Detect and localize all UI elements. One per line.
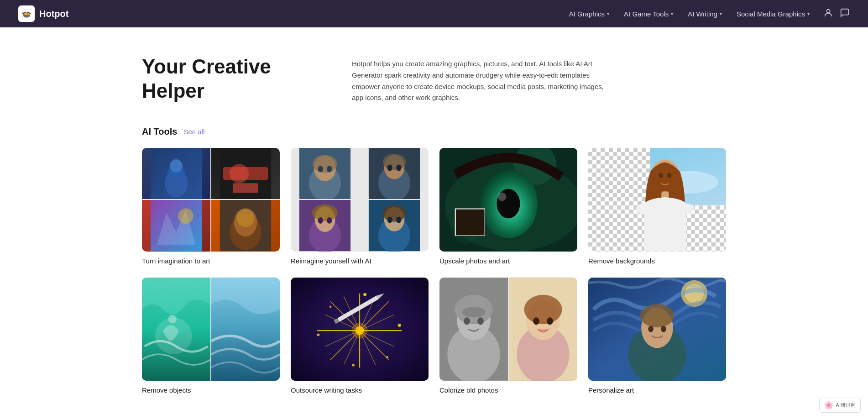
svg-point-53 <box>678 204 694 214</box>
nav-ai-writing-chevron: ▾ <box>720 11 722 16</box>
collage-cell <box>291 200 359 251</box>
tool-label-writing: Outsource writing tasks <box>291 386 429 394</box>
collage-cell <box>439 278 508 381</box>
tool-label-upscale: Upscale photos and art <box>439 257 577 265</box>
svg-point-49 <box>659 173 663 178</box>
watermark-icon: 🌸 <box>824 401 833 410</box>
collage-cell <box>211 200 280 251</box>
svg-point-52 <box>636 204 652 214</box>
hero-description: Hotpot helps you create amazing graphics… <box>352 58 607 104</box>
collage-cell <box>360 200 429 251</box>
nav-ai-writing[interactable]: AI Writing ▾ <box>681 6 728 21</box>
svg-point-96 <box>640 304 674 327</box>
svg-point-26 <box>396 164 401 171</box>
logo[interactable]: 🍲 Hotpot <box>18 5 68 22</box>
tool-label-remove-objects: Remove objects <box>142 386 280 394</box>
section-header: AI Tools See all <box>142 126 726 137</box>
svg-point-25 <box>387 164 392 171</box>
tool-image-remove-objects <box>142 278 280 381</box>
svg-point-98 <box>661 326 666 332</box>
tool-image-writing <box>291 278 429 381</box>
svg-point-82 <box>464 317 470 325</box>
hero-right: Hotpot helps you create amazing graphics… <box>352 55 726 104</box>
svg-point-72 <box>352 363 355 366</box>
svg-point-36 <box>383 205 406 221</box>
svg-point-37 <box>387 217 392 223</box>
svg-point-89 <box>533 317 539 325</box>
svg-point-56 <box>168 315 177 323</box>
nav-ai-writing-label: AI Writing <box>688 10 717 18</box>
svg-point-18 <box>313 155 337 173</box>
nav-ai-graphics-label: AI Graphics <box>569 10 605 18</box>
tool-image-colorize <box>439 278 577 381</box>
main-content: Your Creative Helper Hotpot helps you cr… <box>115 27 753 412</box>
svg-point-50 <box>667 173 671 178</box>
hero-title: Your Creative Helper <box>142 55 315 103</box>
tools-grid: Turn imagination to art <box>142 148 726 394</box>
tool-image-reimagine <box>291 148 429 252</box>
tool-card-colorize[interactable]: Colorize old photos <box>439 278 577 394</box>
collage-cell <box>211 278 280 381</box>
svg-point-70 <box>317 333 319 336</box>
svg-rect-8 <box>233 183 258 193</box>
tool-image-remove-bg <box>588 148 726 252</box>
svg-point-24 <box>383 154 406 170</box>
tool-card-reimagine[interactable]: Reimagine yourself with AI <box>291 148 429 265</box>
logo-text: Hotpot <box>39 9 68 19</box>
nav-social-media-label: Social Media Graphics <box>737 10 805 18</box>
tool-card-upscale[interactable]: Upscale photos and art <box>439 148 577 265</box>
svg-point-84 <box>462 307 486 317</box>
tool-card-turn-imagination[interactable]: Turn imagination to art <box>142 148 280 265</box>
svg-point-20 <box>327 166 332 172</box>
svg-point-88 <box>524 294 562 324</box>
svg-point-97 <box>648 326 654 332</box>
collage-cell <box>142 200 210 251</box>
svg-point-90 <box>547 317 553 325</box>
logo-icon: 🍲 <box>18 5 35 22</box>
svg-point-45 <box>498 193 507 201</box>
nav-social-media[interactable]: Social Media Graphics ▾ <box>730 6 816 21</box>
svg-point-38 <box>396 217 401 223</box>
collage-cell <box>360 148 429 199</box>
collage-cell <box>211 148 280 199</box>
user-icon[interactable] <box>823 8 833 20</box>
watermark-text: AI研讨网 <box>836 402 856 409</box>
tool-image-turn-imagination <box>142 148 280 252</box>
watermark: 🌸 AI研讨网 <box>819 398 861 412</box>
svg-point-74 <box>329 305 332 308</box>
svg-point-69 <box>398 324 401 327</box>
svg-point-31 <box>318 217 323 224</box>
tool-image-personalize-art <box>588 278 726 381</box>
tool-card-remove-objects[interactable]: Remove objects <box>142 278 280 394</box>
svg-rect-47 <box>456 210 485 236</box>
see-all-link[interactable]: See all <box>183 128 204 136</box>
nav-items: AI Graphics ▾ AI Game Tools ▾ AI Writing… <box>563 6 816 21</box>
nav-ai-game-tools[interactable]: AI Game Tools ▾ <box>617 6 680 21</box>
svg-point-0 <box>826 9 830 12</box>
chat-icon[interactable] <box>840 8 850 20</box>
svg-point-4 <box>170 159 183 172</box>
hero-section: Your Creative Helper Hotpot helps you cr… <box>142 55 726 104</box>
nav-ai-graphics-chevron: ▾ <box>607 11 609 16</box>
collage-cell <box>142 148 210 199</box>
tool-label-remove-bg: Remove backgrounds <box>588 257 726 265</box>
nav-ai-game-tools-label: AI Game Tools <box>624 10 669 18</box>
tool-label-reimagine: Reimagine yourself with AI <box>291 257 429 265</box>
tool-card-remove-bg[interactable]: Remove backgrounds <box>588 148 726 265</box>
svg-point-30 <box>312 205 338 221</box>
navbar: 🍲 Hotpot AI Graphics ▾ AI Game Tools ▾ A… <box>0 0 868 27</box>
svg-point-7 <box>230 164 249 183</box>
svg-point-14 <box>236 209 254 227</box>
nav-ai-graphics[interactable]: AI Graphics ▾ <box>563 6 616 21</box>
tool-label-personalize-art: Personalize art <box>588 386 726 394</box>
tool-card-personalize-art[interactable]: Personalize art <box>588 278 726 394</box>
svg-point-10 <box>178 208 193 224</box>
hero-left: Your Creative Helper <box>142 55 315 103</box>
svg-point-71 <box>363 293 366 296</box>
svg-point-73 <box>386 356 388 358</box>
collage-cell <box>291 148 359 199</box>
tool-card-writing[interactable]: Outsource writing tasks <box>291 278 429 394</box>
nav-social-media-chevron: ▾ <box>807 11 810 16</box>
svg-point-83 <box>477 317 484 325</box>
nav-icons <box>823 8 850 20</box>
